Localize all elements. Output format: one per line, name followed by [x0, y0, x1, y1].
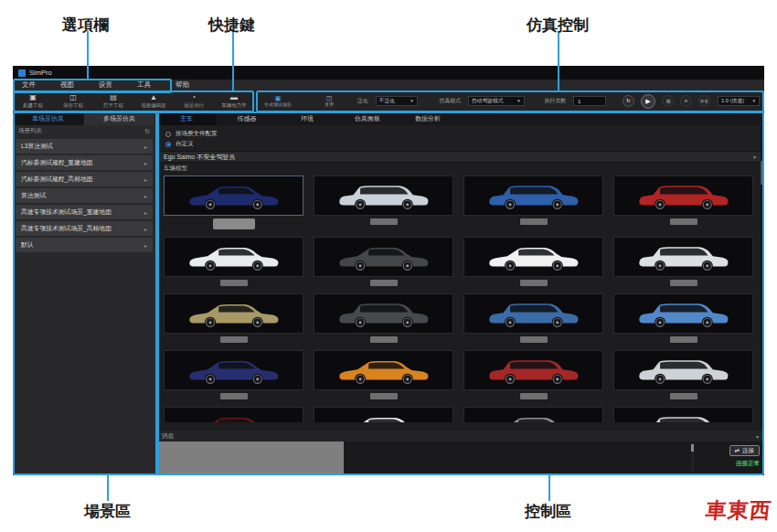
swap-arrows-icon: ⇄ [735, 447, 740, 454]
vehicle-tile[interactable] [463, 293, 603, 334]
vehicle-tile[interactable] [613, 350, 753, 390]
vehicle-cell [164, 350, 303, 399]
reset-button[interactable]: ↻ [623, 95, 634, 107]
vehicle-tile[interactable] [314, 407, 453, 422]
tab-3[interactable]: 仿真面板 [337, 112, 398, 125]
sidebar-tab-1[interactable]: 多场景仿真 [84, 112, 155, 125]
speed-select[interactable]: 1.0 (倍速) ▼ [718, 96, 760, 106]
save-project-button[interactable]: ◫保存工程 [53, 94, 93, 108]
save-project-icon: ◫ [69, 94, 77, 101]
ego-driver-row[interactable]: Ego Saimo 不安全驾驶员 ▼ [156, 151, 764, 163]
play-button[interactable]: ▶ [641, 94, 655, 109]
menu-item-2[interactable]: 设置 [99, 80, 112, 90]
vehicle-name-label [520, 393, 548, 399]
main-panel: 主车传感器环境仿真面板数据分析 按场景文件配置自定义 Ego Saimo 不安全… [156, 112, 764, 475]
callout-line [87, 31, 89, 79]
menu-item-3[interactable]: 工具 [137, 80, 151, 90]
vehicle-name-label [213, 218, 255, 229]
chevron-down-icon: ▼ [410, 99, 413, 103]
new-project-button[interactable]: ▣新建工程 [13, 94, 53, 108]
main-scrollbar[interactable] [761, 126, 763, 428]
scene-item-label: 汽标委测试规程_高精地图 [21, 175, 93, 184]
messages-panel: 消息 ▾ ⇄ 连接 连接正常 [156, 431, 764, 475]
config-option-0[interactable]: 按场景文件配置 [156, 129, 764, 139]
vehicle-tile[interactable] [613, 176, 753, 216]
radio-icon [165, 132, 171, 137]
refresh-icon[interactable]: ↻ [144, 128, 150, 135]
scene-design-icon: ◔ [192, 94, 197, 101]
vehicle-name-label [670, 218, 697, 225]
vehicle-tile[interactable] [463, 350, 603, 390]
vehicle-name-label [370, 218, 398, 225]
config-option-1[interactable]: 自定义 [156, 139, 764, 149]
sim-mode-label: 仿真模式 [440, 97, 461, 105]
record-icon: ◫ [326, 95, 333, 101]
sim-mode-select[interactable]: 自动驾驶模式 ▼ [468, 96, 525, 106]
scene-list-item[interactable]: 算法测试▸ [16, 188, 153, 203]
vehicle-tile[interactable] [164, 407, 303, 422]
scene-list-item[interactable]: 默认▸ [16, 238, 153, 252]
messages-scrollbar[interactable] [691, 443, 694, 471]
vehicle-name-label [220, 336, 248, 343]
app-window: SimPro 文件视图设置工具帮助 ▣新建工程◫保存工程▤打开工程▲道路编辑器◔… [13, 66, 764, 475]
record-toggle[interactable]: ◫ 录屏 [325, 95, 334, 107]
annotation-label-scene-area: 場景區 [84, 501, 131, 522]
scene-list-item[interactable]: 高速专项技术测试场景_高精地图▸ [16, 221, 153, 236]
generate-report-toggle[interactable]: ▣ 生成测试报告 [264, 95, 292, 107]
tab-0[interactable]: 主车 [156, 112, 217, 125]
scene-list-item[interactable]: 高速专项技术测试场景_重建地图▸ [16, 205, 153, 219]
scene-list: L3算法测试▸汽标委测试规程_重建地图▸汽标委测试规程_高精地图▸算法测试▸高速… [13, 137, 155, 252]
connect-button[interactable]: ⇄ 连接 [729, 445, 760, 456]
config-option-label: 按场景文件配置 [176, 130, 218, 138]
callout-line [548, 475, 550, 501]
generalize-select[interactable]: 不泛化 ▼ [376, 96, 418, 106]
scene-list-item[interactable]: L3算法测试▸ [16, 139, 153, 154]
vehicle-tile[interactable] [314, 293, 453, 334]
scene-list-header: 场景列表 ↻ [13, 125, 155, 137]
vehicle-tile[interactable] [314, 350, 453, 390]
vehicle-tile[interactable] [164, 237, 303, 277]
vehicle-name-label [520, 280, 548, 286]
vehicle-tile[interactable] [463, 176, 603, 216]
vehicle-tile[interactable] [613, 237, 753, 277]
tab-1[interactable]: 传感器 [217, 112, 277, 125]
title-bar: SimPro [13, 66, 764, 80]
vehicle-cell [314, 350, 453, 399]
vehicle-tile[interactable] [613, 407, 753, 422]
vehicle-cell [463, 237, 603, 286]
vehicle-tile[interactable] [314, 176, 453, 216]
road-editor-button[interactable]: ▲道路编辑器 [133, 94, 174, 108]
sidebar-tab-0[interactable]: 单场景仿真 [13, 112, 84, 125]
scene-design-button[interactable]: ◔场景设计 [174, 94, 214, 108]
scene-list-item[interactable]: 汽标委测试规程_重建地图▸ [16, 155, 153, 170]
vehicle-tile[interactable] [613, 293, 753, 334]
chevron-right-icon: ▸ [144, 160, 147, 166]
scene-sidebar: 单场景仿真多场景仿真 场景列表 ↻ L3算法测试▸汽标委测试规程_重建地图▸汽标… [13, 112, 156, 475]
pause-button[interactable]: ▮▮ [662, 95, 674, 107]
save-project-label: 保存工程 [63, 102, 83, 108]
vehicle-dynamics-button[interactable]: ▬车辆动力学 [214, 94, 254, 108]
collapse-icon[interactable]: ▾ [756, 433, 759, 440]
playback-controls: ↻ ▶ ▮▮ ■ ▶▮ [623, 94, 710, 109]
tab-2[interactable]: 环境 [277, 112, 337, 125]
annotation-label-control-area: 控制區 [525, 501, 571, 522]
menu-item-1[interactable]: 视图 [60, 80, 74, 90]
toolbar-buttons: ▣新建工程◫保存工程▤打开工程▲道路编辑器◔场景设计▬车辆动力学 [13, 94, 254, 108]
vehicle-tile[interactable] [164, 176, 303, 216]
run-count-label: 执行次数 [545, 97, 566, 105]
menu-item-0[interactable]: 文件 [22, 80, 36, 90]
step-button[interactable]: ▶▮ [698, 95, 710, 107]
vehicle-tile[interactable] [164, 350, 303, 390]
stop-button[interactable]: ■ [680, 95, 692, 107]
tab-4[interactable]: 数据分析 [398, 112, 458, 125]
vehicle-tile[interactable] [463, 237, 603, 277]
menu-item-4[interactable]: 帮助 [176, 80, 189, 90]
scene-list-item[interactable]: 汽标委测试规程_高精地图▸ [16, 172, 153, 186]
vehicle-tile[interactable] [463, 407, 603, 422]
run-count-input[interactable]: 1 [573, 96, 606, 106]
open-project-button[interactable]: ▤打开工程 [93, 94, 133, 108]
vehicle-tile[interactable] [164, 293, 303, 334]
vehicle-cell [164, 237, 303, 286]
vehicle-tile[interactable] [314, 237, 453, 277]
vehicle-dynamics-icon: ▬ [230, 94, 238, 101]
